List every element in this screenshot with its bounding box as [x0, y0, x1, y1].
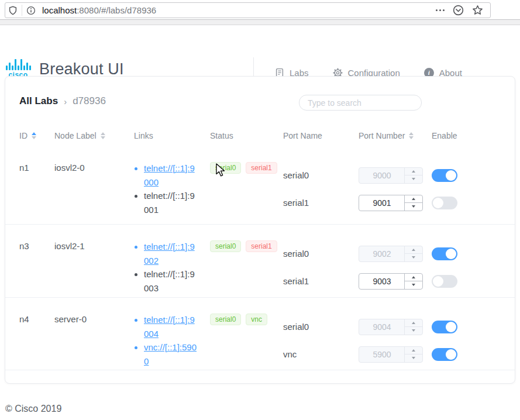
port-name: serial0 [283, 170, 309, 180]
table-row-n3: n3 iosvl2-1 telnet://[::1]:9002 telnet:/… [5, 224, 515, 297]
status-badge-serial0: serial0 [210, 162, 241, 174]
sort-icon-port-number [409, 132, 414, 139]
port-name: serial1 [283, 198, 309, 208]
port-name: vnc [283, 349, 297, 359]
url-bar[interactable]: localhost:8080/#/labs/d78936 [5, 2, 491, 18]
port-name: serial0 [283, 249, 309, 259]
cell-status: serial0 serial1 [210, 161, 283, 224]
stepper-up-icon [405, 168, 422, 175]
cell-status: serial0 serial1 [210, 240, 283, 297]
status-badge-serial0: serial0 [210, 314, 241, 325]
shield-icon[interactable] [5, 3, 20, 18]
stepper-controls [404, 168, 422, 183]
cell-id: n3 [19, 240, 54, 297]
status-badge-serial0: serial0 [210, 240, 241, 252]
url-host: localhost [42, 5, 77, 15]
column-header-node-label[interactable]: Node Label [54, 131, 134, 140]
column-header-id[interactable]: ID [19, 131, 54, 140]
stepper-up-icon[interactable] [405, 274, 422, 281]
breadcrumb-all-labs[interactable]: All Labs [19, 95, 58, 107]
stepper-controls [404, 319, 422, 335]
telnet-address-text: telnet://[::1]:9003 [144, 269, 195, 293]
enable-toggle-serial0[interactable] [432, 321, 457, 333]
lab-card: All Labs › d78936 ID Node Label Links St… [5, 76, 515, 384]
overflow-menu-icon[interactable] [436, 9, 445, 11]
breadcrumb-current-lab: d78936 [73, 95, 106, 107]
cell-port-name: serial0 vnc [283, 313, 359, 370]
browser-chrome-edge [0, 19, 520, 25]
cell-links: telnet://[::1]:9000 telnet://[::1]:9001 [134, 161, 199, 224]
bookmark-star-icon[interactable] [472, 5, 483, 16]
telnet-link[interactable]: telnet://[::1]:9004 [144, 315, 195, 339]
enable-toggle-serial0[interactable] [432, 169, 457, 182]
stepper-down-icon[interactable] [405, 281, 422, 289]
url-text[interactable]: localhost:8080/#/labs/d78936 [42, 5, 436, 15]
port-number-stepper[interactable] [359, 273, 423, 290]
urlbar-divider [22, 5, 22, 16]
cell-node-label: server-0 [54, 313, 134, 370]
cell-enable [432, 313, 503, 370]
enable-toggle-serial0[interactable] [432, 247, 457, 260]
port-name: serial0 [283, 322, 309, 332]
cell-node-label: iosvl2-0 [54, 161, 134, 224]
cell-enable [432, 240, 503, 297]
stepper-controls [404, 246, 422, 261]
pocket-icon[interactable] [453, 5, 464, 16]
telnet-link[interactable]: telnet://[::1]:9002 [144, 242, 195, 266]
url-path: :8080/#/labs/d78936 [77, 5, 156, 15]
telnet-address-text: telnet://[::1]:9001 [144, 191, 195, 215]
column-header-links: Links [134, 131, 210, 140]
cell-enable [432, 161, 503, 224]
port-number-stepper [359, 246, 423, 262]
stepper-down-icon [405, 175, 422, 183]
cell-links: telnet://[::1]:9002 telnet://[::1]:9003 [134, 240, 199, 297]
stepper-up-icon [405, 347, 422, 354]
table-body: n1 iosvl2-0 telnet://[::1]:9000 telnet:/… [5, 146, 515, 370]
stepper-down-icon[interactable] [405, 202, 422, 211]
port-number-stepper [359, 346, 423, 363]
status-badge-vnc: vnc [246, 314, 267, 325]
column-header-status: Status [210, 131, 283, 140]
stepper-down-icon [405, 326, 422, 335]
cell-port-number [359, 240, 432, 297]
table-header: ID Node Label Links Status Port Name Por… [5, 130, 515, 142]
search-input[interactable] [299, 95, 422, 111]
status-badge-serial1: serial1 [246, 162, 277, 174]
stepper-up-icon [405, 246, 422, 254]
urlbar-actions [436, 5, 490, 16]
cell-port-number [359, 313, 432, 370]
sort-icon-node-label [101, 132, 105, 139]
port-number-stepper[interactable] [359, 195, 423, 211]
cell-links: telnet://[::1]:9004 vnc://[::1]:5900 [134, 313, 199, 370]
enable-toggle-serial1[interactable] [432, 275, 457, 288]
sort-icon-id [32, 132, 36, 139]
screen: localhost:8080/#/labs/d78936 c [0, 0, 520, 420]
enable-toggle-serial1[interactable] [432, 197, 457, 209]
table-row-n1: n1 iosvl2-0 telnet://[::1]:9000 telnet:/… [5, 146, 515, 224]
telnet-link[interactable]: telnet://[::1]:9000 [144, 163, 195, 187]
status-badge-serial1: serial1 [246, 240, 277, 252]
breadcrumb-separator-icon: › [64, 97, 67, 106]
stepper-controls [404, 195, 422, 211]
port-number-stepper [359, 319, 423, 335]
copyright-text: © Cisco 2019 [5, 404, 61, 414]
stepper-down-icon [405, 354, 422, 362]
stepper-up-icon[interactable] [405, 195, 422, 203]
browser-chrome: localhost:8080/#/labs/d78936 [0, 0, 520, 19]
cell-node-label: iosvl2-1 [54, 240, 134, 297]
breadcrumb: All Labs › d78936 [19, 92, 515, 110]
stepper-up-icon [405, 319, 422, 327]
app-header: cisco Breakout UI Labs [0, 25, 520, 72]
stepper-down-icon [405, 253, 422, 261]
vnc-link[interactable]: vnc://[::1]:5900 [144, 342, 197, 366]
info-icon[interactable] [23, 3, 39, 18]
port-name: serial1 [283, 276, 309, 286]
column-header-port-number[interactable]: Port Number [359, 131, 432, 140]
cell-id: n1 [19, 161, 54, 224]
enable-toggle-vnc[interactable] [432, 348, 457, 361]
port-number-stepper [359, 167, 423, 184]
column-header-port-name: Port Name [283, 131, 359, 140]
cell-port-name: serial0 serial1 [283, 240, 359, 297]
app-title: Breakout UI [39, 60, 124, 78]
cell-port-name: serial0 serial1 [283, 161, 359, 224]
